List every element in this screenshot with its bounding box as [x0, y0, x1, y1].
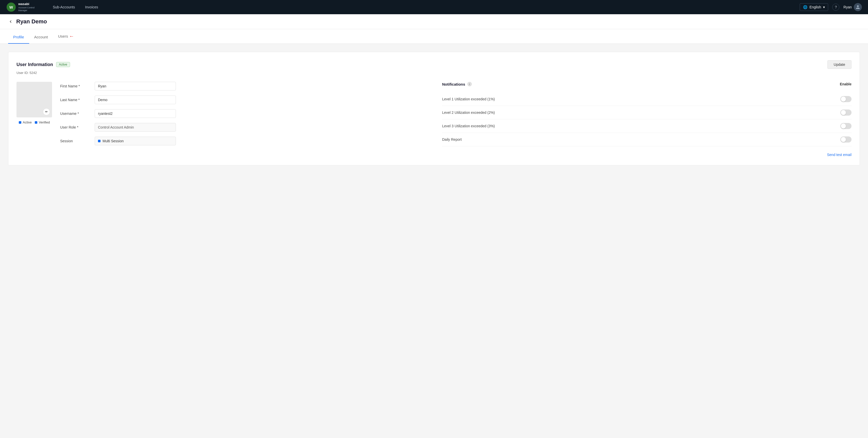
user-name: Ryan: [843, 5, 852, 9]
card-header: User Information Active Update: [17, 60, 851, 69]
username-label: Username *: [60, 112, 91, 116]
tab-account[interactable]: Account: [29, 31, 53, 44]
nav-invoices[interactable]: Invoices: [81, 3, 102, 11]
notif-row-0: Level 1 Utilization exceeded (1%): [442, 92, 851, 106]
red-arrow: ←: [69, 33, 74, 39]
send-test-email-link[interactable]: Send test email: [827, 153, 852, 157]
tab-profile[interactable]: Profile: [8, 31, 29, 44]
last-name-group: Last Name *: [60, 95, 426, 104]
user-menu[interactable]: Ryan: [843, 3, 862, 11]
toggle-track-3: [840, 137, 851, 143]
page-header: Ryan Demo: [0, 14, 868, 29]
active-dot: [19, 121, 21, 124]
page-title: Ryan Demo: [16, 18, 47, 25]
toggle-thumb-2: [841, 123, 846, 128]
toggle-thumb-0: [841, 96, 846, 101]
user-role-input[interactable]: [95, 123, 176, 132]
toggle-thumb-3: [841, 137, 846, 142]
content-area: User Information Active Update User ID: …: [0, 44, 868, 174]
section-title: User Information: [17, 62, 53, 67]
notifications-title: Notifications: [442, 82, 465, 86]
notif-row-3: Daily Report: [442, 133, 851, 146]
avatar-section: ✏ Active Verified: [17, 82, 52, 157]
user-role-label: User Role *: [60, 125, 91, 129]
tab-users[interactable]: Users ←: [53, 29, 79, 44]
notifications-section: Notifications i Enable Level 1 Utilizati…: [442, 82, 851, 157]
notif-toggle-3[interactable]: [840, 137, 851, 143]
status-active: Active: [19, 120, 32, 124]
navbar-right: 🌐 English ▾ ? Ryan: [800, 3, 862, 11]
notif-row-1: Level 2 Utilization exceeded (2%): [442, 106, 851, 119]
notifications-title-row: Notifications i: [442, 82, 472, 86]
session-label: Session: [60, 139, 91, 143]
username-input[interactable]: [95, 109, 176, 118]
toggle-track-2: [840, 123, 851, 129]
back-button[interactable]: [8, 19, 13, 24]
first-name-label: First Name *: [60, 84, 91, 88]
notifications-header: Notifications i Enable: [442, 82, 851, 86]
form-fields: First Name * Last Name * Username *: [60, 82, 426, 157]
globe-icon: 🌐: [803, 5, 807, 9]
toggle-track-1: [840, 110, 851, 116]
navbar: w wasabi Account Control Manager Sub-Acc…: [0, 0, 868, 14]
language-selector[interactable]: 🌐 English ▾: [800, 3, 828, 11]
nav-sub-accounts[interactable]: Sub-Accounts: [49, 3, 79, 11]
main-nav: Sub-Accounts Invoices: [49, 3, 102, 11]
help-button[interactable]: ?: [832, 4, 839, 11]
username-group: Username *: [60, 109, 426, 118]
first-name-group: First Name *: [60, 82, 426, 90]
active-badge: Active: [56, 62, 70, 67]
avatar-edit-button[interactable]: ✏: [43, 108, 50, 115]
notif-label-3: Daily Report: [442, 138, 462, 142]
logo: w wasabi Account Control Manager: [6, 2, 38, 12]
status-badges: Active Verified: [19, 120, 50, 124]
session-field: Multi Session: [95, 137, 176, 145]
send-test-email: Send test email: [442, 152, 851, 157]
user-avatar: [854, 3, 862, 11]
notif-row-2: Level 3 Utilization exceeded (3%): [442, 119, 851, 133]
user-id: User ID: 5242: [17, 71, 851, 75]
enable-label: Enable: [840, 82, 851, 86]
update-button[interactable]: Update: [827, 60, 851, 69]
svg-text:w: w: [9, 5, 13, 10]
toggle-track-0: [840, 96, 851, 102]
tabs-container: Profile Account Users ←: [0, 29, 868, 44]
notif-label-0: Level 1 Utilization exceeded (1%): [442, 97, 495, 101]
verified-dot: [35, 121, 37, 124]
status-verified: Verified: [35, 120, 50, 124]
notif-toggle-1[interactable]: [840, 110, 851, 116]
language-label: English: [809, 5, 821, 9]
session-value: Multi Session: [102, 139, 124, 143]
user-role-group: User Role *: [60, 123, 426, 132]
form-layout: ✏ Active Verified: [17, 82, 851, 157]
first-name-input[interactable]: [95, 82, 176, 90]
card-header-left: User Information Active: [17, 62, 70, 67]
main-content: Ryan Demo Profile Account Users ← User I…: [0, 14, 868, 438]
wasabi-logo-icon: w: [6, 2, 16, 12]
info-icon[interactable]: i: [467, 82, 472, 86]
toggle-thumb-1: [841, 110, 846, 115]
avatar-box: ✏: [17, 82, 52, 117]
logo-text: wasabi Account Control Manager: [18, 2, 38, 12]
notif-label-1: Level 2 Utilization exceeded (2%): [442, 111, 495, 115]
session-dot: [98, 140, 100, 142]
form-left: ✏ Active Verified: [17, 82, 426, 157]
notif-label-2: Level 3 Utilization exceeded (3%): [442, 124, 495, 128]
last-name-label: Last Name *: [60, 98, 91, 102]
chevron-down-icon: ▾: [823, 5, 825, 9]
notif-toggle-0[interactable]: [840, 96, 851, 102]
last-name-input[interactable]: [95, 95, 176, 104]
session-group: Session Multi Session: [60, 137, 426, 145]
notif-toggle-2[interactable]: [840, 123, 851, 129]
user-info-card: User Information Active Update User ID: …: [8, 52, 860, 166]
